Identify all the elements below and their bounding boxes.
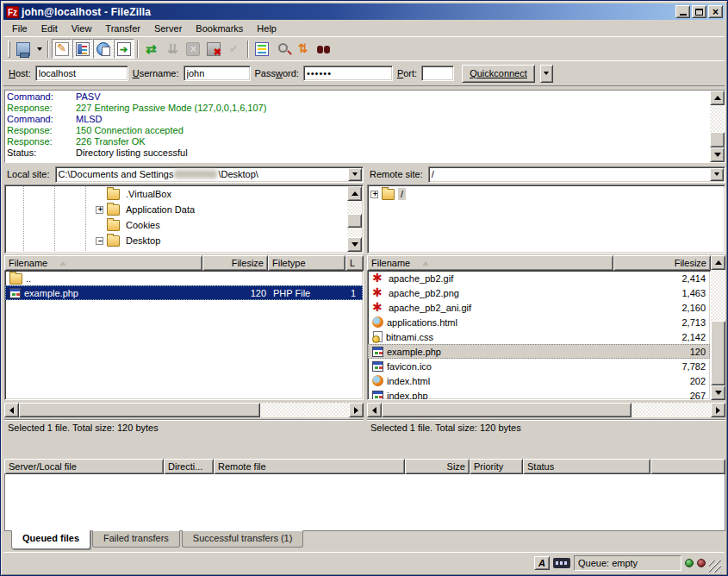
username-input[interactable] [184,66,251,81]
toggle-local-tree-button[interactable] [72,39,93,59]
tree-item[interactable]: Application Data [6,202,347,217]
column-header[interactable]: Priority [470,459,523,474]
file-row[interactable]: apache_pb2.png 1,463 [368,285,710,300]
resize-grip[interactable] [709,560,721,573]
remote-hscrollbar[interactable] [367,403,725,417]
scroll-left-icon[interactable] [367,403,382,417]
column-header[interactable]: Filetype [268,255,345,271]
site-manager-dropdown[interactable] [34,39,45,59]
column-header[interactable]: Directi... [164,459,214,474]
menu-item[interactable]: Transfer [98,22,147,35]
menu-item[interactable]: View [65,22,99,35]
scroll-left-icon[interactable] [4,403,19,417]
close-button[interactable]: × [708,5,723,18]
speed-limits-icon[interactable] [553,558,570,568]
scrollbar-thumb[interactable] [19,403,260,417]
tree-item[interactable]: Desktop [6,233,347,248]
remote-vscrollbar[interactable] [711,255,725,400]
filename-filters-button[interactable] [272,39,293,59]
quickconnect-button[interactable]: Quickconnect [462,65,535,83]
file-row[interactable]: apache_pb2.gif 2,414 [368,271,710,285]
scroll-down-icon[interactable] [710,147,725,162]
scroll-right-icon[interactable] [711,403,725,417]
toggle-transfer-queue-button[interactable] [114,39,134,59]
column-header[interactable] [650,459,725,474]
tree-expander[interactable] [96,206,103,214]
toolbar-separator [247,41,249,58]
combo-dropdown-icon[interactable] [348,168,362,181]
port-input[interactable] [421,66,454,81]
scroll-up-icon[interactable] [710,91,725,105]
cssdoc-icon [373,331,383,342]
tree-item[interactable]: Cookies [6,217,347,233]
reconnect-button[interactable] [224,39,245,59]
queue-list[interactable] [4,474,725,531]
cancel-operation-button[interactable] [183,39,203,59]
log-line: Command: PASV [7,91,710,103]
column-header[interactable]: Filename [367,255,613,271]
maximize-button[interactable] [692,5,706,18]
file-row[interactable]: index.php 267 [368,388,710,400]
transfer-type-icon[interactable]: A [534,556,550,570]
tree-expander[interactable] [370,191,378,198]
remote-site-combo[interactable]: / [428,166,725,183]
file-row[interactable]: example.php 120 [368,344,710,359]
combo-dropdown-icon[interactable] [710,168,724,181]
scroll-down-icon[interactable] [711,385,725,400]
scroll-right-icon[interactable] [349,403,364,417]
local-hscrollbar[interactable] [4,403,364,417]
queue-tab[interactable]: Queued files [11,530,90,549]
file-row[interactable]: bitnami.css 2,142 [368,329,710,344]
scrollbar-thumb[interactable] [347,214,362,228]
file-row[interactable]: .. [5,271,363,285]
menu-item[interactable]: Edit [34,22,65,35]
file-row[interactable]: favicon.ico 7,782 [368,359,710,373]
password-label: Password: [255,68,299,78]
menu-item[interactable]: Help [250,22,283,35]
scroll-up-icon[interactable] [711,255,725,270]
column-header[interactable]: Size [405,459,470,474]
column-header[interactable]: Server/Local file [4,459,164,474]
local-tree-scrollbar[interactable] [347,186,362,252]
column-header[interactable]: Filesize [202,255,268,271]
scrollbar-thumb[interactable] [711,321,725,385]
column-header[interactable]: Filesize [613,255,711,271]
password-input[interactable] [303,66,393,81]
queue-tab[interactable]: Failed transfers [92,530,180,548]
directory-comparison-button[interactable] [252,39,272,59]
synchronized-browsing-button[interactable] [293,39,314,59]
scroll-down-icon[interactable] [347,237,362,252]
file-row[interactable]: apache_pb2_ani.gif 2,160 [368,300,710,315]
file-row[interactable]: index.html 202 [368,373,710,388]
host-input[interactable] [35,66,128,81]
quickconnect-dropdown[interactable] [540,65,553,83]
file-row[interactable]: applications.html 2,713 [368,315,710,329]
toggle-message-log-button[interactable] [52,39,72,59]
local-pane: Local site: C:\Documents and Settings\De… [4,166,364,454]
toolbar-grip[interactable] [8,41,10,58]
disconnect-button[interactable] [203,39,224,59]
scrollbar-thumb[interactable] [710,132,725,147]
find-files-button[interactable] [314,39,334,59]
site-manager-button[interactable] [13,39,34,59]
minimize-button[interactable] [675,5,690,18]
column-header[interactable]: Filename [4,255,202,271]
queue-tab[interactable]: Successful transfers (1) [182,530,304,548]
toggle-remote-tree-button[interactable] [93,39,114,59]
tree-expander[interactable] [96,237,103,245]
tree-item[interactable]: / [369,186,709,202]
file-row[interactable]: example.php 120 PHP File 1 [5,285,363,300]
refresh-button[interactable] [141,39,162,59]
menu-item[interactable]: Bookmarks [189,22,250,35]
log-scrollbar[interactable] [710,91,725,162]
column-header[interactable]: Remote file [214,459,405,474]
tree-item[interactable]: .VirtualBox [6,186,347,202]
scroll-up-icon[interactable] [347,186,362,201]
column-header[interactable]: L [345,255,364,271]
local-site-combo[interactable]: C:\Documents and Settings\Desktop\ [55,166,364,183]
scrollbar-thumb[interactable] [382,403,632,417]
menu-item[interactable]: Server [147,22,189,35]
process-queue-button[interactable] [162,39,183,59]
menu-item[interactable]: File [5,22,34,35]
column-header[interactable]: Status [523,459,650,474]
